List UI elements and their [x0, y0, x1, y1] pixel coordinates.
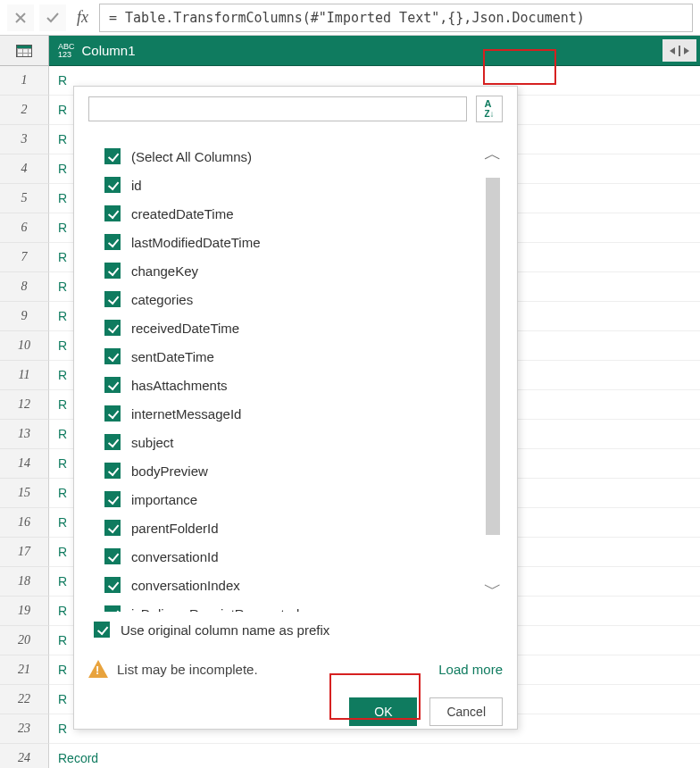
column-checkbox[interactable]: [104, 377, 121, 393]
column-checkbox[interactable]: [104, 577, 121, 593]
column-checkbox[interactable]: [104, 348, 121, 364]
row-number: 24: [0, 744, 49, 768]
expand-icon: [668, 45, 691, 57]
row-number: 23: [0, 714, 49, 744]
column-checkbox[interactable]: [104, 205, 121, 221]
column-option-label: categories: [131, 292, 193, 307]
row-number: 6: [0, 213, 49, 243]
column-option-label: sentDateTime: [131, 349, 214, 364]
column-checklist: (Select All Columns)idcreatedDateTimelas…: [88, 131, 503, 612]
formula-bar: fx: [0, 0, 700, 36]
fx-label: fx: [71, 8, 94, 27]
table-row[interactable]: 24Record: [0, 744, 700, 768]
x-icon: [14, 12, 27, 24]
column-option[interactable]: changeKey: [104, 256, 496, 285]
prefix-checkbox[interactable]: [94, 622, 110, 638]
column-option-label: receivedDateTime: [131, 321, 239, 336]
column-option[interactable]: (Select All Columns): [104, 142, 496, 171]
datatype-123: 123: [58, 51, 75, 59]
column-checkbox[interactable]: [104, 234, 121, 250]
row-number: 20: [0, 626, 49, 655]
row-number: 4: [0, 154, 49, 184]
column-option[interactable]: receivedDateTime: [104, 313, 496, 342]
column-option-label: changeKey: [131, 263, 198, 279]
column-option-label: hasAttachments: [131, 378, 228, 393]
prefix-label: Use original column name as prefix: [121, 622, 329, 638]
commit-formula-button[interactable]: [39, 4, 66, 31]
table-icon: [16, 45, 32, 57]
column-option-label: lastModifiedDateTime: [131, 235, 261, 250]
column-checkbox[interactable]: [104, 491, 121, 507]
row-number: 8: [0, 272, 49, 302]
check-icon: [46, 12, 60, 24]
row-number: 19: [0, 597, 49, 626]
column-option-label: isDeliveryReceiptRequested: [131, 606, 299, 613]
column-option-label: conversationIndex: [131, 578, 240, 593]
warning-icon: [88, 660, 108, 678]
column-option[interactable]: isDeliveryReceiptRequested: [104, 599, 496, 612]
column-checkbox[interactable]: [104, 177, 121, 193]
column-option[interactable]: internetMessageId: [104, 399, 496, 428]
column-checkbox[interactable]: [104, 605, 121, 612]
column-option[interactable]: subject: [104, 428, 496, 456]
column-checkbox[interactable]: [104, 520, 121, 536]
row-number: 14: [0, 449, 49, 479]
cancel-formula-button[interactable]: [7, 4, 34, 31]
column-option[interactable]: sentDateTime: [104, 342, 496, 371]
scroll-down-icon: ﹀: [484, 577, 502, 601]
sort-az-icon: AZ↓: [484, 99, 494, 119]
column-checkbox[interactable]: [104, 405, 121, 422]
column-option-label: importance: [131, 492, 197, 507]
column-option[interactable]: conversationIndex: [104, 571, 496, 599]
row-number: 3: [0, 125, 49, 154]
column-checkbox[interactable]: [104, 320, 121, 336]
grid-header-row: ABC 123 Column1: [0, 36, 700, 66]
scroll-up-icon: ︿: [484, 142, 502, 166]
column-checkbox[interactable]: [104, 291, 121, 307]
cancel-button[interactable]: Cancel: [429, 697, 503, 726]
scrollbar[interactable]: ︿ ﹀: [483, 142, 503, 601]
column-option[interactable]: hasAttachments: [104, 371, 496, 399]
column-checkbox[interactable]: [104, 434, 121, 450]
row-number: 11: [0, 361, 49, 390]
column-header-column1[interactable]: ABC 123 Column1: [49, 36, 700, 66]
column-option[interactable]: lastModifiedDateTime: [104, 228, 496, 256]
column-option[interactable]: id: [104, 171, 496, 199]
expand-columns-popup: AZ↓ (Select All Columns)idcreatedDateTim…: [73, 86, 518, 730]
column-search-input[interactable]: [88, 96, 467, 121]
load-more-link[interactable]: Load more: [438, 662, 503, 677]
column-option[interactable]: importance: [104, 485, 496, 513]
column-option[interactable]: createdDateTime: [104, 199, 496, 228]
row-number: 22: [0, 685, 49, 714]
column-name-label: Column1: [82, 43, 136, 58]
row-number: 5: [0, 184, 49, 213]
cell-value[interactable]: Record: [49, 744, 700, 768]
prefix-option-row[interactable]: Use original column name as prefix: [88, 615, 503, 644]
row-number: 18: [0, 567, 49, 597]
sort-columns-button[interactable]: AZ↓: [476, 96, 503, 122]
column-checkbox[interactable]: [104, 463, 121, 479]
select-all-corner[interactable]: [0, 36, 49, 66]
column-option[interactable]: bodyPreview: [104, 456, 496, 485]
column-option[interactable]: categories: [104, 285, 496, 313]
column-option-label: (Select All Columns): [131, 149, 252, 164]
column-checkbox[interactable]: [104, 548, 121, 564]
expand-column-button[interactable]: [662, 39, 696, 62]
column-checkbox[interactable]: [104, 148, 121, 164]
column-checkbox[interactable]: [104, 263, 121, 279]
column-option-label: bodyPreview: [131, 463, 208, 479]
warning-text: List may be incomplete.: [117, 662, 258, 677]
row-number: 1: [0, 66, 49, 96]
formula-input[interactable]: [99, 4, 693, 32]
column-option[interactable]: parentFolderId: [104, 513, 496, 542]
column-option-label: createdDateTime: [131, 206, 234, 221]
column-option-label: conversationId: [131, 549, 219, 564]
row-number: 16: [0, 508, 49, 538]
row-number: 13: [0, 420, 49, 449]
row-number: 9: [0, 302, 49, 331]
ok-button[interactable]: OK: [349, 697, 417, 726]
row-number: 7: [0, 243, 49, 272]
row-number: 21: [0, 655, 49, 685]
column-option[interactable]: conversationId: [104, 542, 496, 571]
scroll-thumb[interactable]: [486, 178, 500, 535]
